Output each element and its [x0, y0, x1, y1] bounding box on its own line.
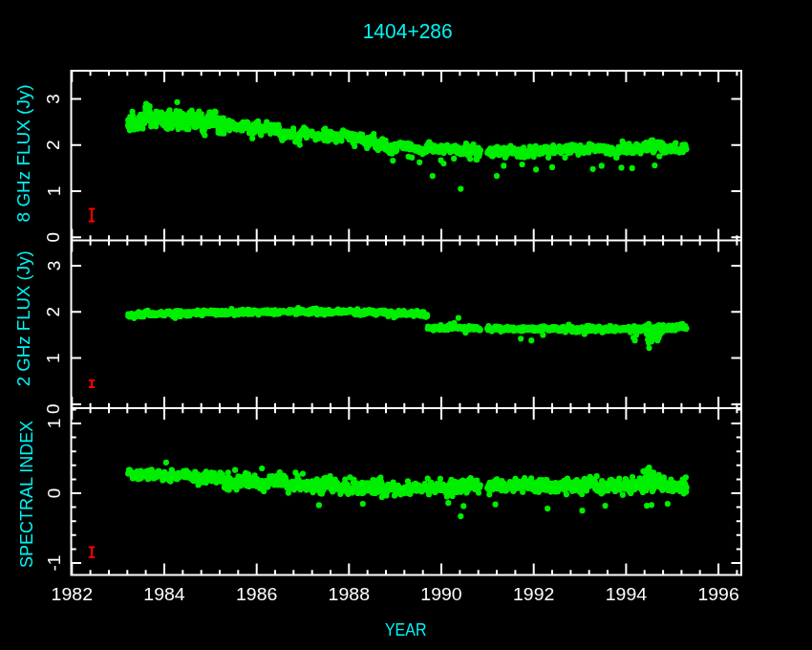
svg-text:1988: 1988 [329, 584, 370, 604]
svg-text:1990: 1990 [420, 584, 461, 604]
svg-text:8 GHz FLUX (Jy): 8 GHz FLUX (Jy) [14, 84, 34, 222]
svg-text:2 GHz FLUX (Jy): 2 GHz FLUX (Jy) [14, 250, 34, 386]
svg-text:1986: 1986 [236, 584, 277, 604]
svg-text:0: 0 [44, 232, 64, 243]
svg-text:1982: 1982 [52, 584, 93, 604]
svg-text:1: 1 [44, 419, 64, 429]
svg-text:-1: -1 [44, 555, 64, 572]
svg-text:1996: 1996 [697, 584, 738, 604]
svg-text:1994: 1994 [606, 584, 648, 604]
svg-text:1404+286: 1404+286 [363, 19, 453, 43]
svg-text:2: 2 [44, 307, 64, 317]
svg-text:3: 3 [44, 94, 64, 104]
svg-text:1: 1 [44, 186, 64, 197]
svg-text:0: 0 [44, 403, 64, 414]
svg-text:1: 1 [44, 353, 64, 363]
svg-text:3: 3 [44, 261, 64, 271]
svg-text:2: 2 [44, 140, 64, 150]
svg-text:SPECTRAL INDEX: SPECTRAL INDEX [16, 421, 36, 568]
svg-text:0: 0 [44, 488, 64, 499]
svg-text:1984: 1984 [143, 584, 185, 604]
svg-text:YEAR: YEAR [385, 619, 427, 639]
svg-text:1992: 1992 [513, 584, 554, 604]
